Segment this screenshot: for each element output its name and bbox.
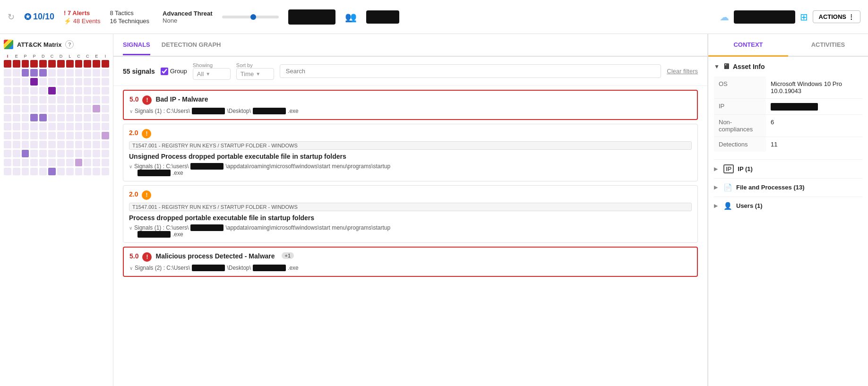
attck-cell[interactable]: [66, 60, 74, 68]
attck-cell[interactable]: [4, 168, 11, 175]
attck-cell[interactable]: [93, 114, 100, 121]
attck-cell[interactable]: [102, 132, 109, 139]
attck-cell[interactable]: [66, 87, 74, 94]
attck-cell[interactable]: [13, 96, 20, 103]
attck-cell[interactable]: [93, 150, 100, 157]
attck-cell[interactable]: [39, 96, 47, 103]
attck-cell[interactable]: [48, 168, 56, 175]
clear-filters-button[interactable]: Clear filters: [667, 68, 698, 75]
attck-cell[interactable]: [57, 123, 65, 130]
attck-cell[interactable]: [30, 123, 38, 130]
attck-cell[interactable]: [13, 87, 20, 94]
attck-cell[interactable]: [48, 60, 56, 68]
attck-cell[interactable]: [93, 132, 100, 139]
attck-cell[interactable]: [30, 168, 38, 175]
attck-cell[interactable]: [48, 123, 56, 130]
attck-cell[interactable]: [39, 159, 47, 166]
attck-cell[interactable]: [39, 150, 47, 157]
attck-cell[interactable]: [13, 60, 20, 68]
attck-cell[interactable]: [48, 78, 56, 86]
attck-cell[interactable]: [93, 96, 100, 103]
slider-control[interactable]: [222, 16, 279, 18]
attck-cell[interactable]: [57, 150, 65, 157]
attck-cell[interactable]: [84, 141, 91, 148]
users-section[interactable]: ▶ 👤 Users (1): [714, 197, 862, 215]
attck-cell[interactable]: [66, 132, 74, 139]
ip-section[interactable]: ▶ IP IP (1): [714, 159, 862, 178]
attck-cell[interactable]: [22, 78, 29, 86]
attck-cell[interactable]: [66, 159, 74, 166]
sortby-control[interactable]: Time ▼: [236, 68, 274, 80]
attck-cell[interactable]: [4, 78, 11, 86]
attck-cell[interactable]: [57, 60, 65, 68]
attck-cell[interactable]: [102, 96, 109, 103]
attck-cell[interactable]: [84, 132, 91, 139]
attck-cell[interactable]: [48, 150, 56, 157]
attck-cell[interactable]: [39, 87, 47, 94]
attck-cell[interactable]: [13, 168, 20, 175]
attck-help-icon[interactable]: ?: [65, 40, 74, 49]
attck-cell[interactable]: [102, 123, 109, 130]
showing-control[interactable]: All ▼: [193, 68, 231, 80]
attck-cell[interactable]: [102, 141, 109, 148]
attck-cell[interactable]: [13, 114, 20, 121]
sortby-dropdown[interactable]: Sort by Time ▼: [236, 62, 274, 80]
attck-cell[interactable]: [48, 87, 56, 94]
attck-cell[interactable]: [30, 69, 38, 77]
attck-cell[interactable]: [48, 105, 56, 112]
attck-cell[interactable]: [13, 132, 20, 139]
attck-cell[interactable]: [30, 141, 38, 148]
attck-cell[interactable]: [39, 114, 47, 121]
attck-cell[interactable]: [39, 168, 47, 175]
attck-cell[interactable]: [22, 141, 29, 148]
attck-cell[interactable]: [93, 87, 100, 94]
attck-cell[interactable]: [75, 60, 83, 68]
attck-cell[interactable]: [84, 87, 91, 94]
refresh-icon[interactable]: ↻: [8, 12, 15, 22]
attck-cell[interactable]: [30, 159, 38, 166]
attck-cell[interactable]: [75, 105, 83, 112]
attck-cell[interactable]: [30, 132, 38, 139]
attck-cell[interactable]: [22, 105, 29, 112]
attck-cell[interactable]: [4, 123, 11, 130]
attck-cell[interactable]: [13, 105, 20, 112]
showing-dropdown[interactable]: Showing All ▼: [193, 62, 231, 80]
attck-cell[interactable]: [66, 105, 74, 112]
attck-cell[interactable]: [39, 105, 47, 112]
attck-cell[interactable]: [22, 114, 29, 121]
attck-cell[interactable]: [93, 123, 100, 130]
attck-cell[interactable]: [22, 159, 29, 166]
attck-cell[interactable]: [66, 168, 74, 175]
attck-cell[interactable]: [102, 159, 109, 166]
attck-cell[interactable]: [48, 114, 56, 121]
attck-cell[interactable]: [30, 114, 38, 121]
attck-cell[interactable]: [75, 123, 83, 130]
attck-cell[interactable]: [66, 69, 74, 77]
file-processes-section[interactable]: ▶ 📄 File and Processes (13): [714, 178, 862, 197]
attck-cell[interactable]: [57, 105, 65, 112]
tab-detection-graph[interactable]: DETECTION GRAPH: [162, 35, 221, 55]
attck-cell[interactable]: [57, 78, 65, 86]
attck-cell[interactable]: [102, 150, 109, 157]
attck-cell[interactable]: [75, 96, 83, 103]
attck-cell[interactable]: [30, 150, 38, 157]
attck-cell[interactable]: [39, 60, 47, 68]
attck-cell[interactable]: [66, 96, 74, 103]
attck-cell[interactable]: [22, 168, 29, 175]
attck-cell[interactable]: [93, 168, 100, 175]
attck-cell[interactable]: [75, 132, 83, 139]
attck-cell[interactable]: [57, 159, 65, 166]
attck-cell[interactable]: [30, 60, 38, 68]
attck-cell[interactable]: [102, 87, 109, 94]
attck-cell[interactable]: [84, 78, 91, 86]
attck-cell[interactable]: [84, 159, 91, 166]
attck-cell[interactable]: [75, 168, 83, 175]
attck-cell[interactable]: [84, 60, 91, 68]
attck-cell[interactable]: [30, 78, 38, 86]
attck-cell[interactable]: [102, 168, 109, 175]
attck-cell[interactable]: [30, 105, 38, 112]
attck-cell[interactable]: [57, 132, 65, 139]
attck-cell[interactable]: [4, 159, 11, 166]
attck-cell[interactable]: [93, 105, 100, 112]
attck-cell[interactable]: [39, 141, 47, 148]
